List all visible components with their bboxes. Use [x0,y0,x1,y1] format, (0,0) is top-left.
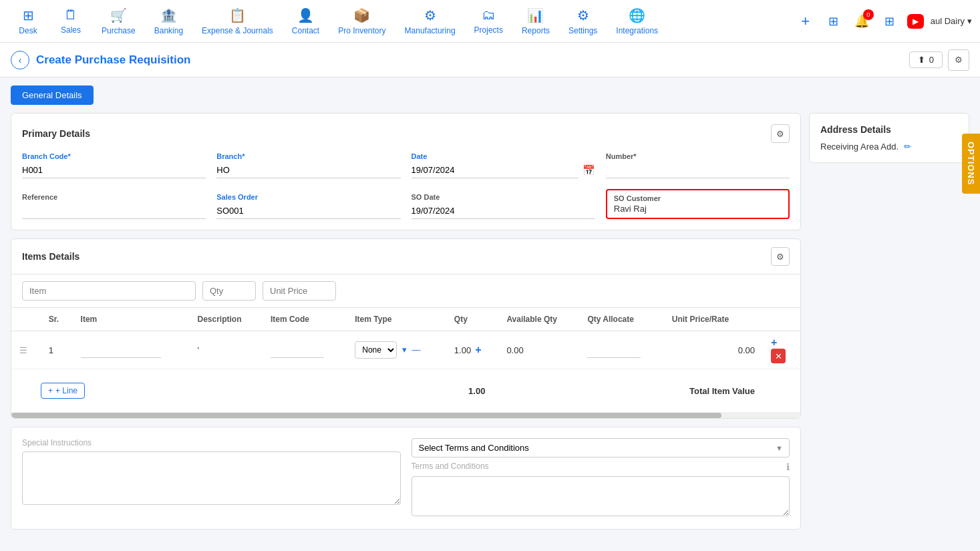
branch-label: Branch* [216,152,400,160]
unit-price-search-input[interactable] [263,281,336,301]
reports-icon: 📊 [527,7,544,23]
add-line-button[interactable]: + + Line [41,383,85,399]
table-row: ☰ 1 ' None ▾ — [11,331,800,369]
so-date-input[interactable] [412,203,595,219]
add-button[interactable]: + [795,11,816,32]
tab-general-details[interactable]: General Details [11,85,94,105]
totals-row: + + Line 1.00 Tot [11,369,800,413]
scroll-thumb [11,413,721,418]
items-gear[interactable]: ⚙ [771,247,790,266]
address-details-title: Address Details [820,124,958,135]
branch-input[interactable] [216,162,400,178]
items-table: Sr. Item Description Item Code Item Type… [11,308,800,413]
receiving-area-row: Receiving Area Add. ✏ [820,142,958,152]
qty-minus-btn[interactable]: — [412,345,421,355]
terms-select-wrapper: Select Terms and Conditions [412,438,790,457]
row-drag[interactable]: ☰ [11,331,41,369]
page-header: ‹ Create Purchase Requisition ⬆ 0 ⚙ [0,43,980,77]
branch-code-field: Branch Code* [22,152,206,178]
col-item-type: Item Type [347,308,446,331]
integrations-icon: 🌐 [629,7,645,23]
address-details-card: Address Details Receiving Area Add. ✏ [809,113,969,163]
row-delete-button[interactable]: ✕ [771,349,786,363]
special-instructions-label: Special Instructions [22,438,401,447]
total-item-value-cell [498,369,663,413]
row-qty-allocate[interactable] [579,331,663,369]
nav-sales[interactable]: 🗒 Sales [51,2,91,40]
scroll-bar[interactable] [11,413,800,418]
row-sr: 1 [41,331,73,369]
youtube-icon: ▶ [913,17,919,26]
nav-settings[interactable]: ⚙ Settings [560,2,605,41]
date-input[interactable] [412,162,579,178]
dashboard-icon[interactable]: ⊞ [823,11,844,32]
nav-purchase[interactable]: 🛒 Purchase [94,2,144,41]
upload-button[interactable]: ⬆ 0 [909,51,943,68]
items-section: Items Details ⚙ Sr. [11,238,801,419]
item-type-select[interactable]: None [355,341,397,359]
nav-projects[interactable]: 🗂 Projects [466,2,511,40]
number-input[interactable] [606,162,790,178]
special-instructions-input[interactable] [22,451,401,505]
nav-integrations[interactable]: 🌐 Integrations [608,2,666,41]
terms-select[interactable]: Select Terms and Conditions [412,438,790,457]
page-title: Create Purchase Requisition [36,53,903,67]
user-chevron-icon: ▾ [967,16,972,26]
sales-order-input[interactable] [216,203,400,219]
main-content: General Details Primary Details ⚙ Branch… [0,77,980,538]
nav-manufacturing[interactable]: ⚙ Manufacturing [397,2,464,41]
items-details-header: Items Details ⚙ [11,239,800,274]
back-button[interactable]: ‹ [11,51,29,69]
calendar-icon[interactable]: 📅 [583,164,595,176]
notification-button[interactable]: 🔔 0 [851,11,872,32]
sales-order-field: Sales Order [216,193,400,219]
row-item[interactable] [73,331,190,369]
nav-desk[interactable]: ⊞ Desk [8,2,48,41]
branch-field: Branch* [216,152,400,178]
total-item-value-label-cell: Total Item Value [664,369,763,413]
manufacturing-icon: ⚙ [424,7,436,23]
row-item-type[interactable]: None ▾ — [347,331,446,369]
options-tab[interactable]: OPTIONS [962,134,980,194]
so-date-label: SO Date [412,193,595,201]
reference-input[interactable] [22,203,206,219]
special-instructions-area: Special Instructions [22,438,401,518]
tabs-bar: General Details [11,85,969,105]
so-date-field: SO Date [412,193,595,219]
grid-button[interactable]: ⊞ [879,11,901,32]
so-customer-value: Ravi Raj [614,204,782,214]
top-nav: ⊞ Desk 🗒 Sales 🛒 Purchase 🏦 Banking 📋 Ex… [0,0,980,43]
row-actions: + ✕ [763,331,800,369]
qty-plus-button[interactable]: + [475,344,481,356]
user-menu[interactable]: aul Dairy ▾ [931,16,972,26]
item-type-chevron[interactable]: ▾ [402,345,407,355]
row-add-button[interactable]: + [771,337,777,348]
nav-pro-inventory[interactable]: 📦 Pro Inventory [330,2,393,41]
bottom-section: Special Instructions Select Terms and Co… [11,427,801,530]
item-search-input[interactable] [22,281,196,301]
projects-icon: 🗂 [482,7,495,23]
terms-section: Select Terms and Conditions ℹ Terms and … [412,438,790,518]
youtube-button[interactable]: ▶ [907,14,924,29]
number-field: Number* [606,152,790,178]
banking-icon: 🏦 [160,7,177,23]
qty-search-input[interactable] [202,281,256,301]
nav-banking[interactable]: 🏦 Banking [146,2,191,41]
purchase-icon: 🛒 [110,7,127,23]
receiving-area-edit-icon[interactable]: ✏ [904,142,911,152]
row-item-code[interactable] [263,331,347,369]
row-qty: 1.00 + [446,331,499,369]
primary-details-gear[interactable]: ⚙ [771,124,790,143]
page-settings-button[interactable]: ⚙ [948,49,969,71]
nav-reports[interactable]: 📊 Reports [514,2,558,41]
row-description: ' [190,331,263,369]
terms-textarea[interactable] [412,476,790,516]
col-qty-allocate: Qty Allocate [579,308,663,331]
nav-contact[interactable]: 👤 Contact [284,2,327,41]
col-unit-price: Unit Price/Rate [664,308,763,331]
items-details-title: Items Details [22,251,79,262]
col-qty: Qty [446,308,499,331]
item-search-row [11,274,800,308]
branch-code-input[interactable] [22,162,206,178]
nav-expense[interactable]: 📋 Expense & Journals [194,2,281,41]
